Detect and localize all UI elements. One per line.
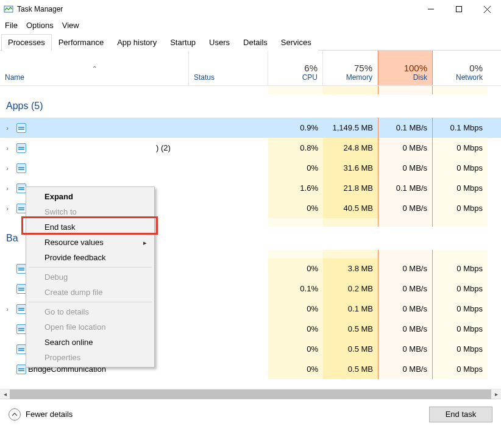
- net-cell: 0 Mbps: [433, 359, 488, 379]
- status-cell: [189, 198, 268, 218]
- end-task-button[interactable]: End task: [429, 407, 492, 422]
- status-cell: [189, 258, 268, 279]
- ctx-resource-values-label: Resource values: [44, 238, 104, 247]
- disk-cell: 0 MB/s: [378, 299, 433, 319]
- scroll-right-button[interactable]: ▸: [491, 389, 501, 399]
- expand-icon[interactable]: [0, 319, 15, 339]
- disk-pct: 100%: [383, 63, 427, 73]
- expand-icon[interactable]: ›: [0, 299, 15, 319]
- fewer-details-button[interactable]: Fewer details: [9, 408, 73, 421]
- menu-file[interactable]: File: [5, 21, 18, 30]
- fewer-details-label: Fewer details: [26, 410, 73, 419]
- cpu-cell: 0.9%: [268, 118, 323, 138]
- ctx-expand[interactable]: Expand: [27, 189, 153, 204]
- mem-cell: 21.8 MB: [323, 178, 378, 198]
- disk-cell: 0 MB/s: [378, 359, 433, 379]
- status-cell: [189, 359, 268, 379]
- status-cell: [189, 138, 268, 158]
- menu-view[interactable]: View: [62, 21, 79, 30]
- expand-icon[interactable]: [0, 339, 15, 359]
- expand-icon[interactable]: [0, 279, 15, 299]
- horizontal-scrollbar[interactable]: ◂ ▸: [0, 389, 501, 399]
- table-row[interactable]: ›) (2)0.8%24.8 MB0 MB/s0 Mbps: [0, 138, 501, 158]
- ctx-open-file-location: Open file location: [27, 319, 153, 335]
- expand-icon[interactable]: ›: [0, 198, 15, 218]
- mem-cell: 0.5 MB: [323, 319, 378, 339]
- svg-rect-2: [457, 7, 462, 12]
- minimize-button[interactable]: [417, 0, 445, 18]
- ctx-end-task[interactable]: End task: [27, 219, 153, 235]
- maximize-button[interactable]: [445, 0, 473, 18]
- footer: Fewer details End task: [0, 399, 501, 429]
- col-disk[interactable]: 100% Disk: [378, 51, 433, 85]
- net-pct: 0%: [438, 63, 483, 73]
- expand-icon[interactable]: [0, 359, 15, 379]
- tab-processes[interactable]: Processes: [1, 34, 52, 51]
- titlebar: Task Manager: [0, 0, 501, 18]
- tab-users[interactable]: Users: [202, 34, 236, 51]
- cpu-cell: 0%: [268, 339, 323, 359]
- expand-icon[interactable]: ›: [0, 158, 15, 178]
- col-status[interactable]: Status: [189, 51, 268, 85]
- window-title: Task Manager: [17, 5, 417, 13]
- cpu-cell: 0.1%: [268, 279, 323, 299]
- disk-cell: 0.1 MB/s: [378, 118, 433, 138]
- col-cpu[interactable]: 6% CPU: [268, 51, 323, 85]
- expand-icon[interactable]: [0, 258, 15, 279]
- net-cell: 0 Mbps: [433, 138, 488, 158]
- table-row[interactable]: ›0%31.6 MB0 MB/s0 Mbps: [0, 158, 501, 178]
- status-cell: [189, 299, 268, 319]
- col-memory[interactable]: 75% Memory: [323, 51, 378, 85]
- ctx-provide-feedback[interactable]: Provide feedback: [27, 250, 153, 265]
- ctx-sep-1: [29, 267, 152, 268]
- tab-performance[interactable]: Performance: [52, 34, 110, 51]
- cpu-cell: 1.6%: [268, 178, 323, 198]
- chevron-up-icon: [9, 408, 21, 421]
- expand-icon[interactable]: ›: [0, 138, 15, 158]
- tab-app-history[interactable]: App history: [110, 34, 163, 51]
- expand-icon[interactable]: ›: [0, 178, 15, 198]
- net-cell: 0 Mbps: [433, 178, 488, 198]
- process-icon: [15, 118, 28, 138]
- mem-cell: 1,149.5 MB: [323, 118, 378, 138]
- menubar: File Options View: [0, 18, 501, 34]
- scroll-track[interactable]: [10, 389, 491, 399]
- col-network[interactable]: 0% Network: [433, 51, 488, 85]
- cpu-cell: 0%: [268, 359, 323, 379]
- status-cell: [189, 158, 268, 178]
- group-apps-label: Apps (5): [6, 101, 43, 112]
- scroll-thumb[interactable]: [10, 389, 491, 399]
- table-row[interactable]: ›0.9%1,149.5 MB0.1 MB/s0.1 Mbps: [0, 118, 501, 138]
- ctx-switch-to: Switch to: [27, 204, 153, 219]
- expand-icon[interactable]: ›: [0, 118, 15, 138]
- context-menu: Expand Switch to End task Resource value…: [26, 187, 155, 368]
- close-button[interactable]: [473, 0, 501, 18]
- col-status-label: Status: [194, 73, 263, 82]
- cpu-pct: 6%: [273, 63, 318, 73]
- mem-cell: 31.6 MB: [323, 158, 378, 178]
- net-cell: 0 Mbps: [433, 198, 488, 218]
- net-label: Network: [438, 73, 483, 82]
- group-bg-label: Ba: [6, 233, 18, 244]
- process-icon: [15, 138, 28, 158]
- ctx-create-dump: Create dump file: [27, 285, 153, 300]
- cpu-cell: 0%: [268, 258, 323, 279]
- scroll-left-button[interactable]: ◂: [0, 389, 10, 399]
- tab-details[interactable]: Details: [236, 34, 274, 51]
- disk-cell: 0 MB/s: [378, 198, 433, 218]
- menu-options[interactable]: Options: [26, 21, 54, 30]
- mem-cell: 0.5 MB: [323, 339, 378, 359]
- net-cell: 0 Mbps: [433, 158, 488, 178]
- tab-startup[interactable]: Startup: [163, 34, 202, 51]
- status-cell: [189, 279, 268, 299]
- table-header: ⌃ Name Status 6% CPU 75% Memory 100% Dis…: [0, 51, 501, 86]
- mem-cell: 0.2 MB: [323, 279, 378, 299]
- disk-cell: 0 MB/s: [378, 158, 433, 178]
- ctx-search-online[interactable]: Search online: [27, 335, 153, 350]
- ctx-debug: Debug: [27, 269, 153, 285]
- net-cell: 0 Mbps: [433, 319, 488, 339]
- tab-services[interactable]: Services: [274, 34, 318, 51]
- process-name: ) (2): [28, 138, 189, 158]
- col-name[interactable]: ⌃ Name: [0, 51, 189, 85]
- ctx-resource-values[interactable]: Resource values▸: [27, 235, 153, 250]
